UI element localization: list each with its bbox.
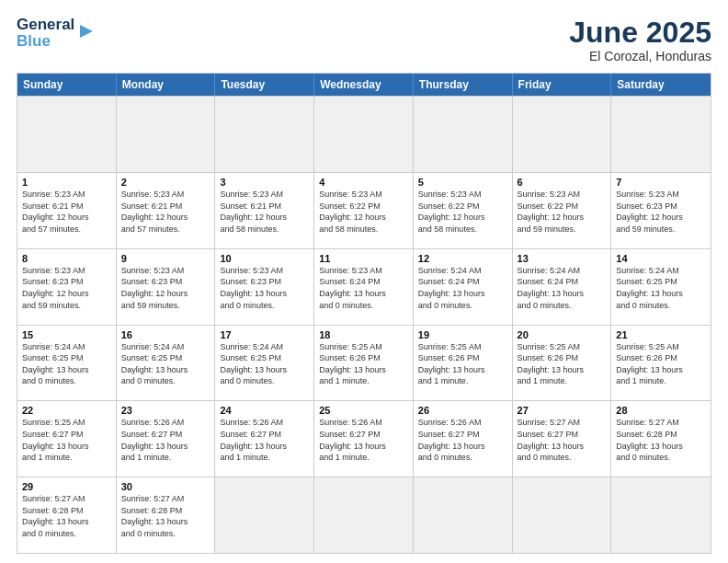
cell-info: Sunrise: 5:27 AM Sunset: 6:28 PM Dayligh… [616,417,706,463]
day-number: 24 [220,405,309,416]
cal-cell: 13Sunrise: 5:24 AM Sunset: 6:24 PM Dayli… [513,249,612,325]
day-number: 18 [319,329,408,340]
day-number: 16 [121,329,210,340]
day-number: 17 [220,329,309,340]
day-number: 6 [518,177,607,188]
calendar-header: Sunday Monday Tuesday Wednesday Thursday… [17,74,711,96]
day-number: 13 [518,253,607,264]
page: General Blue June 2025 El Corozal, Hondu… [0,0,728,563]
cell-info: Sunrise: 5:26 AM Sunset: 6:27 PM Dayligh… [319,417,408,463]
cal-cell [513,97,612,172]
month-title: June 2025 [569,17,711,49]
cell-info: Sunrise: 5:25 AM Sunset: 6:26 PM Dayligh… [616,341,706,387]
cal-cell [414,97,513,172]
day-number: 12 [418,253,507,264]
header-monday: Monday [117,74,216,96]
cal-cell: 16Sunrise: 5:24 AM Sunset: 6:25 PM Dayli… [117,326,216,401]
day-number: 27 [518,405,607,416]
cal-cell: 12Sunrise: 5:24 AM Sunset: 6:24 PM Dayli… [414,249,513,325]
logo-general: General [17,17,74,33]
cell-info: Sunrise: 5:23 AM Sunset: 6:22 PM Dayligh… [518,189,607,235]
day-number: 28 [616,405,706,416]
cell-info: Sunrise: 5:27 AM Sunset: 6:27 PM Dayligh… [518,417,607,463]
header-saturday: Saturday [611,74,711,96]
header-tuesday: Tuesday [215,74,314,96]
cal-row-5: 29Sunrise: 5:27 AM Sunset: 6:28 PM Dayli… [17,477,711,553]
cal-cell: 4Sunrise: 5:23 AM Sunset: 6:22 PM Daylig… [314,173,414,248]
cal-cell: 2Sunrise: 5:23 AM Sunset: 6:21 PM Daylig… [117,173,216,248]
cell-info: Sunrise: 5:27 AM Sunset: 6:28 PM Dayligh… [22,493,111,539]
day-number: 5 [418,177,507,188]
cal-cell [215,477,314,553]
cell-info: Sunrise: 5:24 AM Sunset: 6:25 PM Dayligh… [121,341,210,387]
header-sunday: Sunday [17,74,117,96]
cal-cell: 6Sunrise: 5:23 AM Sunset: 6:22 PM Daylig… [513,173,612,248]
cal-row-3: 15Sunrise: 5:24 AM Sunset: 6:25 PM Dayli… [17,325,711,401]
day-number: 7 [616,177,706,188]
cal-cell: 26Sunrise: 5:26 AM Sunset: 6:27 PM Dayli… [414,401,513,477]
cell-info: Sunrise: 5:27 AM Sunset: 6:28 PM Dayligh… [121,493,210,539]
cal-cell: 15Sunrise: 5:24 AM Sunset: 6:25 PM Dayli… [17,326,117,401]
cal-cell: 9Sunrise: 5:23 AM Sunset: 6:23 PM Daylig… [117,249,216,325]
logo: General Blue [17,17,97,50]
cal-row-4: 22Sunrise: 5:25 AM Sunset: 6:27 PM Dayli… [17,400,711,477]
cell-info: Sunrise: 5:23 AM Sunset: 6:23 PM Dayligh… [616,189,706,235]
cal-cell: 28Sunrise: 5:27 AM Sunset: 6:28 PM Dayli… [611,401,711,477]
cal-cell [17,97,117,172]
cell-info: Sunrise: 5:23 AM Sunset: 6:23 PM Dayligh… [22,265,111,311]
cell-info: Sunrise: 5:23 AM Sunset: 6:21 PM Dayligh… [121,189,210,235]
cell-info: Sunrise: 5:23 AM Sunset: 6:23 PM Dayligh… [121,265,210,311]
day-number: 4 [319,177,408,188]
cal-cell: 17Sunrise: 5:24 AM Sunset: 6:25 PM Dayli… [215,326,314,401]
cell-info: Sunrise: 5:24 AM Sunset: 6:25 PM Dayligh… [220,341,309,387]
cal-cell: 10Sunrise: 5:23 AM Sunset: 6:23 PM Dayli… [215,249,314,325]
cal-cell: 5Sunrise: 5:23 AM Sunset: 6:22 PM Daylig… [414,173,513,248]
cal-cell: 20Sunrise: 5:25 AM Sunset: 6:26 PM Dayli… [513,326,612,401]
cell-info: Sunrise: 5:24 AM Sunset: 6:24 PM Dayligh… [418,265,507,311]
day-number: 14 [616,253,706,264]
day-number: 29 [22,481,111,492]
day-number: 23 [121,405,210,416]
cell-info: Sunrise: 5:25 AM Sunset: 6:26 PM Dayligh… [518,341,607,387]
day-number: 1 [22,177,111,188]
day-number: 20 [518,329,607,340]
cell-info: Sunrise: 5:24 AM Sunset: 6:25 PM Dayligh… [616,265,706,311]
cal-row-1: 1Sunrise: 5:23 AM Sunset: 6:21 PM Daylig… [17,172,711,248]
calendar: Sunday Monday Tuesday Wednesday Thursday… [17,73,711,554]
cal-cell: 1Sunrise: 5:23 AM Sunset: 6:21 PM Daylig… [17,173,117,248]
cal-cell: 14Sunrise: 5:24 AM Sunset: 6:25 PM Dayli… [611,249,711,325]
cell-info: Sunrise: 5:24 AM Sunset: 6:24 PM Dayligh… [518,265,607,311]
cell-info: Sunrise: 5:23 AM Sunset: 6:21 PM Dayligh… [22,189,111,235]
day-number: 8 [22,253,111,264]
cell-info: Sunrise: 5:24 AM Sunset: 6:25 PM Dayligh… [22,341,111,387]
cell-info: Sunrise: 5:23 AM Sunset: 6:21 PM Dayligh… [220,189,309,235]
cal-cell [215,97,314,172]
cal-cell: 21Sunrise: 5:25 AM Sunset: 6:26 PM Dayli… [611,326,711,401]
cell-info: Sunrise: 5:26 AM Sunset: 6:27 PM Dayligh… [121,417,210,463]
cell-info: Sunrise: 5:26 AM Sunset: 6:27 PM Dayligh… [220,417,309,463]
logo-blue: Blue [17,33,74,50]
day-number: 10 [220,253,309,264]
cal-cell: 3Sunrise: 5:23 AM Sunset: 6:21 PM Daylig… [215,173,314,248]
cal-cell: 7Sunrise: 5:23 AM Sunset: 6:23 PM Daylig… [611,173,711,248]
cal-cell [611,477,711,553]
header: General Blue June 2025 El Corozal, Hondu… [17,17,711,63]
cell-info: Sunrise: 5:26 AM Sunset: 6:27 PM Dayligh… [418,417,507,463]
day-number: 25 [319,405,408,416]
cal-cell [314,97,414,172]
cal-cell [414,477,513,553]
cell-info: Sunrise: 5:23 AM Sunset: 6:22 PM Dayligh… [319,189,408,235]
cal-cell: 11Sunrise: 5:23 AM Sunset: 6:24 PM Dayli… [314,249,414,325]
cal-cell: 23Sunrise: 5:26 AM Sunset: 6:27 PM Dayli… [117,401,216,477]
cal-cell: 19Sunrise: 5:25 AM Sunset: 6:26 PM Dayli… [414,326,513,401]
day-number: 3 [220,177,309,188]
cal-cell: 29Sunrise: 5:27 AM Sunset: 6:28 PM Dayli… [17,477,117,553]
cell-info: Sunrise: 5:25 AM Sunset: 6:27 PM Dayligh… [22,417,111,463]
day-number: 19 [418,329,507,340]
cell-info: Sunrise: 5:23 AM Sunset: 6:23 PM Dayligh… [220,265,309,311]
day-number: 11 [319,253,408,264]
day-number: 15 [22,329,111,340]
cal-cell [314,477,414,553]
header-thursday: Thursday [414,74,513,96]
day-number: 30 [121,481,210,492]
